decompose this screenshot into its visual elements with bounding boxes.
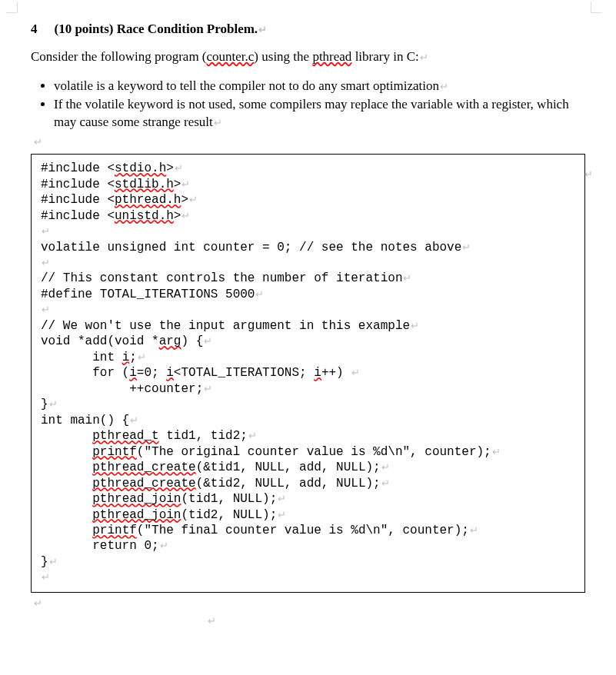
code-line: int i;↵: [41, 350, 575, 365]
code-token: stdlib.h: [115, 178, 174, 191]
intro-post: library in C:: [351, 49, 418, 64]
code-line: // This constant controls the number of …: [41, 271, 575, 286]
code-token: pthread_join: [92, 508, 181, 522]
code-line: ↵: [41, 224, 575, 239]
code-line: ↵: [41, 302, 575, 318]
code-line: #include <stdio.h>↵: [41, 161, 575, 176]
margin-corner-icon: [6, 2, 18, 13]
intro-lib: pthread: [312, 49, 351, 64]
code-line: for (i=0; i<TOTAL_ITERATIONS; i++) ↵: [41, 365, 575, 381]
heading: 4 (10 points) Race Condition Problem.↵: [31, 22, 585, 37]
pilcrow-icon: ↵: [34, 597, 585, 609]
pilcrow-icon: ↵: [129, 414, 138, 426]
bullet-list: volatile is a keyword to tell the compil…: [31, 77, 585, 131]
code-line: }↵: [41, 554, 575, 570]
pilcrow-icon: ↵: [255, 288, 264, 300]
pilcrow-icon: ↵: [277, 493, 286, 504]
heading-title: (10 points) Race Condition Problem.↵: [55, 22, 268, 37]
code-line: printf("The original counter value is %d…: [41, 444, 575, 460]
pilcrow-icon: ↵: [410, 320, 419, 331]
code-token: i: [122, 351, 130, 364]
pilcrow-icon: ↵: [248, 430, 257, 441]
code-line: #define TOTAL_ITERATIONS 5000↵: [41, 287, 575, 302]
pilcrow-icon: ↵: [41, 304, 50, 315]
margin-corner-icon: [591, 2, 602, 13]
intro-file: counter.c: [207, 49, 255, 64]
code-token: pthread.h: [115, 193, 181, 207]
pilcrow-icon: ↵: [174, 162, 183, 174]
intro-paragraph: Consider the following program (counter.…: [31, 48, 585, 66]
code-token: unistd.h: [115, 209, 174, 223]
code-token: printf: [92, 524, 137, 537]
pilcrow-icon: ↵: [381, 477, 390, 489]
code-line: #include <unistd.h>↵: [41, 208, 575, 224]
pilcrow-icon: ↵: [137, 351, 146, 363]
pilcrow-icon: ↵: [439, 81, 448, 92]
code-block: #include <stdio.h>↵#include <stdlib.h>↵#…: [31, 154, 585, 593]
code-line: ↵: [41, 570, 575, 585]
code-line: ↵: [41, 255, 575, 271]
code-token: pthread_create: [92, 461, 195, 474]
pilcrow-icon: ↵: [213, 117, 222, 128]
pilcrow-icon: ↵: [419, 52, 428, 63]
pilcrow-icon: ↵: [41, 257, 50, 268]
pilcrow-icon: ↵: [181, 210, 190, 221]
pilcrow-icon: ↵: [402, 272, 411, 284]
code-token: arg: [159, 334, 181, 348]
code-line: volatile unsigned int counter = 0; // se…: [41, 240, 575, 255]
heading-points: (10 points): [55, 22, 114, 36]
pilcrow-icon: ↵: [181, 178, 190, 190]
code-token: printf: [92, 445, 137, 459]
code-line: return 0;↵: [41, 538, 575, 554]
pilcrow-icon: ↵: [208, 615, 585, 627]
code-token: i: [129, 366, 137, 380]
code-token: i: [314, 366, 321, 380]
pilcrow-icon: ↵: [41, 571, 50, 583]
code-line: void *add(void *arg) {↵: [41, 334, 575, 349]
code-line: pthread_join(tid2, NULL);↵: [41, 507, 575, 523]
pilcrow-icon: ↵: [381, 461, 390, 473]
code-line: printf("The final counter value is %d\n"…: [41, 523, 575, 538]
pilcrow-icon: ↵: [203, 383, 212, 394]
pilcrow-icon: ↵: [188, 194, 198, 205]
code-line: pthread_create(&tid2, NULL, add, NULL);↵: [41, 476, 575, 491]
code-line: pthread_t tid1, tid2;↵: [41, 428, 575, 444]
code-token: pthread_t: [92, 429, 158, 443]
code-line: }↵: [41, 397, 575, 412]
pilcrow-icon: ↵: [469, 524, 478, 536]
code-token: stdio.h: [115, 161, 166, 175]
intro-mid: ) using the: [254, 49, 312, 64]
pilcrow-icon: ↵: [461, 241, 471, 253]
list-item-text: volatile is a keyword to tell the compil…: [54, 78, 439, 93]
list-item: If the volatile keyword is not used, som…: [54, 95, 585, 132]
pilcrow-icon: ↵: [159, 540, 168, 551]
pilcrow-icon: ↵: [584, 168, 593, 180]
code-line: pthread_create(&tid1, NULL, add, NULL);↵: [41, 460, 575, 475]
code-line: int main() {↵: [41, 413, 575, 428]
code-line: ++counter;↵: [41, 381, 575, 397]
pilcrow-icon: ↵: [203, 335, 212, 347]
pilcrow-icon: ↵: [48, 556, 58, 567]
code-token: i: [166, 366, 174, 380]
pilcrow-icon: ↵: [277, 509, 286, 520]
pilcrow-icon: ↵: [258, 24, 267, 35]
page: 4 (10 points) Race Condition Problem.↵ C…: [0, 0, 616, 663]
code-token: pthread_join: [92, 492, 181, 506]
list-item-text: If the volatile keyword is not used, som…: [54, 97, 569, 130]
intro-pre: Consider the following program (: [31, 49, 207, 64]
list-item: volatile is a keyword to tell the compil…: [54, 77, 585, 95]
heading-number: 4: [31, 22, 38, 37]
code-line: pthread_join(tid1, NULL);↵: [41, 491, 575, 507]
code-line: #include <stdlib.h>↵: [41, 177, 575, 192]
pilcrow-icon: ↵: [491, 446, 501, 457]
code-line: // We won't use the input argument in th…: [41, 318, 575, 334]
code-token: pthread_create: [92, 477, 195, 490]
heading-title-text: Race Condition Problem.: [117, 22, 258, 36]
pilcrow-icon: ↵: [34, 136, 585, 148]
pilcrow-icon: ↵: [48, 398, 58, 410]
pilcrow-icon: ↵: [41, 225, 50, 237]
pilcrow-icon: ↵: [351, 367, 360, 378]
code-line: #include <pthread.h>↵: [41, 192, 575, 208]
